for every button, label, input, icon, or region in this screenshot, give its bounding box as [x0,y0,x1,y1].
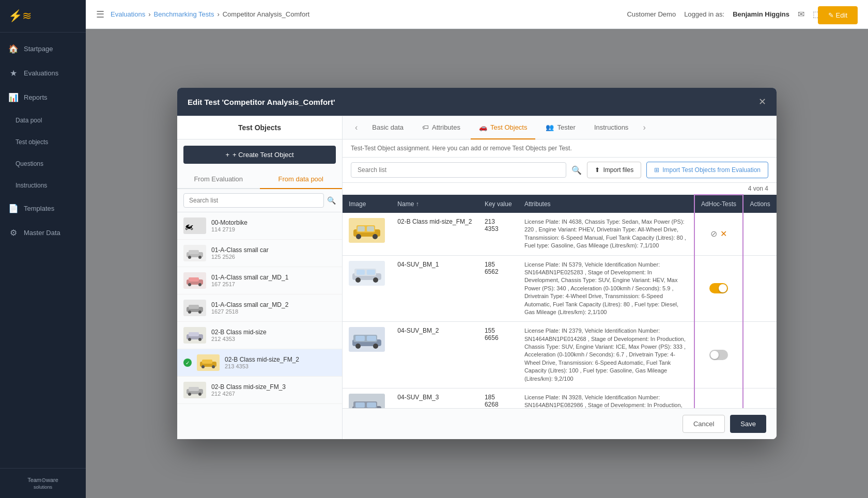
panel-description: Test-Test Object assignment. Here you ca… [343,139,777,158]
sidebar-item-label: Templates [24,205,54,212]
left-search-input[interactable] [183,193,324,208]
svg-rect-48 [367,402,376,408]
object-id: 167 2517 [211,281,336,287]
table-row: 02-B Class mid-size_FM_2 213 4353 Licens… [343,213,777,255]
adhoc-toggle[interactable] [709,283,728,293]
tab-from-data-pool[interactable]: From data pool [260,170,343,189]
object-name: 02-B Class mid-size [211,329,336,336]
row-actions [743,255,777,322]
svg-rect-30 [367,226,374,231]
left-search-icon[interactable]: 🔍 [327,196,336,205]
object-thumb [183,382,206,398]
object-id: 213 4353 [225,363,336,369]
tab-instructions[interactable]: Instructions [586,116,637,139]
row-key-value: 213 4353 [478,213,518,255]
mail-icon[interactable]: ✉ [798,9,804,19]
col-name[interactable]: Name ↑ [391,195,478,213]
list-item[interactable]: 02-B Class mid-size_FM_3 212 4267 [177,377,342,404]
svg-rect-18 [202,360,212,364]
sidebar-item-master-data[interactable]: ⚙ Master Data [0,221,86,245]
attributes-label: Attributes [432,123,460,131]
row-adhoc: ⊘ ✕ [694,213,743,255]
svg-point-19 [202,365,205,368]
left-panel-tabs: From Evaluation From data pool [177,170,342,189]
row-key-value: 155 6656 [478,322,518,388]
adhoc-toggle[interactable] [709,350,728,360]
toggle-wrap [701,348,736,362]
sidebar-item-label: Questions [16,160,43,167]
tab-test-objects[interactable]: 🚗 Test Objects [471,116,536,139]
object-id: 212 4267 [211,391,336,397]
svg-point-16 [198,338,202,341]
sidebar-item-label: Master Data [24,229,60,237]
sidebar-item-templates[interactable]: 📄 Templates [0,196,86,221]
breadcrumb-benchmarking[interactable]: Benchmarking Tests [154,10,214,18]
sidebar-item-questions[interactable]: Questions [0,153,86,175]
sidebar-nav: 🏠 Startpage ★ Evaluations 📊 Reports Data… [0,33,86,468]
row-key-value: 185 6562 [478,255,518,322]
svg-point-7 [188,283,191,286]
svg-point-4 [198,256,202,259]
tag-icon: 🏷 [422,123,429,131]
import-eval-button[interactable]: ⊞ Import Test Objects from Evaluation [646,162,768,178]
object-name: 02-B Class mid-size_FM_3 [211,383,336,391]
svg-rect-22 [189,387,199,391]
star-icon: ★ [8,68,19,78]
tab-next-button[interactable]: › [639,117,649,138]
delete-icon[interactable]: ✕ [720,229,727,239]
test-objects-label: Test Objects [490,123,528,131]
sidebar-item-evaluations[interactable]: ★ Evaluations [0,61,86,85]
table-row: 04-SUV_BM_2 155 6656 License Plate: IN 2… [343,322,777,388]
row-name: 04-SUV_BM_2 [391,322,478,388]
topbar: ☰ Evaluations › Benchmarking Tests › Com… [86,0,868,29]
main-area: Edit Test 'Competitor Analysis_Comfort' … [86,29,868,498]
left-search-row: 🔍 [177,189,342,212]
save-button[interactable]: Save [730,415,766,433]
object-name: 01-A-Class small car_MD_2 [211,301,336,308]
sidebar-item-test-objects[interactable]: Test objects [0,131,86,153]
tab-tester[interactable]: 👥 Tester [537,116,583,139]
list-item[interactable]: 02-B Class mid-size 212 4353 [177,322,342,349]
row-adhoc [694,388,743,408]
svg-point-15 [188,338,191,341]
car-image [349,261,385,286]
menu-icon[interactable]: ☰ [96,9,104,20]
sidebar-item-data-pool[interactable]: Data pool [0,110,86,131]
sidebar-item-label: Instructions [16,182,47,189]
edit-button[interactable]: ✎ Edit [818,6,858,24]
car-image [349,218,385,243]
list-item[interactable]: 01-A-Class small car 125 2526 [177,240,342,267]
row-image [343,388,391,408]
list-item[interactable]: ✓ 02-B Class mid-size_FM_2 213 4353 [177,349,342,377]
import-files-button[interactable]: ⬆ Import files [587,162,641,178]
car-icon: 🚗 [479,123,487,131]
svg-point-33 [355,277,361,283]
svg-rect-42 [367,336,376,341]
breadcrumb-evaluations[interactable]: Evaluations [111,10,145,18]
table-header-row: Image Name ↑ Key value Attributes AdHoc-… [343,195,777,213]
sidebar: ⚡≋ 🏠 Startpage ★ Evaluations 📊 Reports D… [0,0,86,498]
create-test-object-button[interactable]: + + Create Test Object [183,146,336,164]
tab-basic-data[interactable]: Basic data [364,116,412,139]
cancel-button[interactable]: Cancel [683,415,725,433]
svg-point-40 [373,344,378,349]
right-search-icon[interactable]: 🔍 [571,165,582,175]
row-key-value: 185 6268 [478,388,518,408]
tab-prev-button[interactable]: ‹ [351,117,362,138]
row-attributes: License Plate: IN 2379, Vehicle Identifi… [518,322,694,388]
right-search-input[interactable] [351,162,566,178]
sidebar-item-startpage[interactable]: 🏠 Startpage [0,37,86,61]
dialog-close-button[interactable]: ✕ [758,96,766,107]
object-name: 01-A-Class small car_MD_1 [211,274,336,281]
tab-from-evaluation[interactable]: From Evaluation [177,170,260,189]
test-objects-table: Image Name ↑ Key value Attributes AdHoc-… [343,194,777,408]
block-icon[interactable]: ⊘ [710,229,717,239]
list-item[interactable]: 01-A-Class small car_MD_2 1627 2518 [177,294,342,322]
list-item[interactable]: 01-A-Class small car_MD_1 167 2517 [177,267,342,294]
tab-attributes[interactable]: 🏷 Attributes [414,116,469,139]
sidebar-item-instructions[interactable]: Instructions [0,175,86,196]
list-item[interactable]: 🏍 00-Motorbike 114 2719 [177,212,342,240]
sidebar-item-reports[interactable]: 📊 Reports [0,85,86,110]
col-actions: Actions [743,195,777,213]
svg-point-8 [198,283,202,286]
